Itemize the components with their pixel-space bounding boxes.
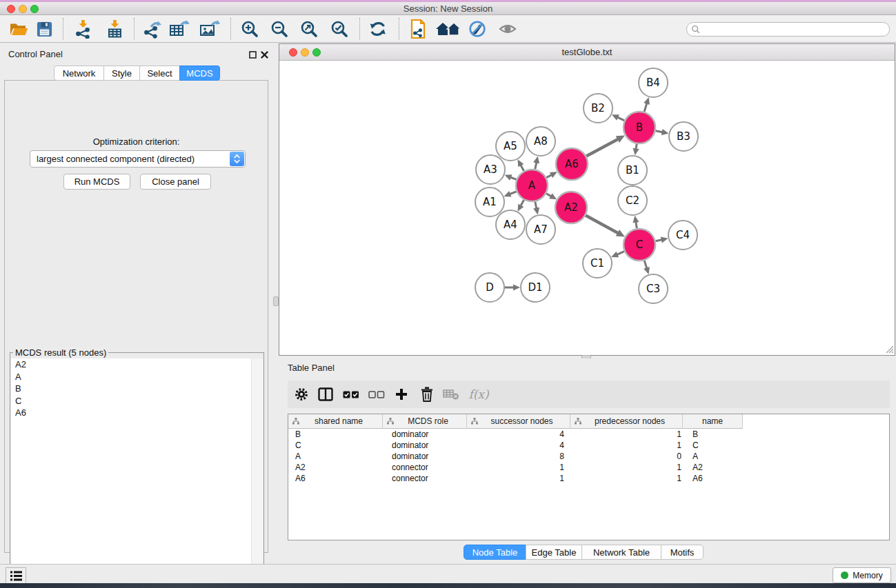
function-builder-icon[interactable]: f(x) — [466, 384, 492, 405]
save-session-icon[interactable] — [34, 19, 54, 39]
node-table: shared nameMCDS rolesuccessor nodesprede… — [288, 414, 890, 540]
tab-mcds[interactable]: MCDS — [179, 65, 220, 81]
table-body: Bdominator41BCdominator41CAdominator80AA… — [288, 429, 889, 540]
criterion-dropdown[interactable]: largest connected component (directed) — [30, 150, 246, 168]
float-panel-icon[interactable] — [248, 50, 257, 59]
task-history-button[interactable] — [6, 567, 26, 585]
home-icon[interactable] — [435, 19, 464, 39]
close-panel-button[interactable]: Close panel — [140, 174, 211, 190]
apply-layout-icon[interactable] — [368, 19, 388, 39]
open-session-icon[interactable] — [8, 19, 29, 39]
export-network-icon[interactable] — [141, 19, 162, 39]
edge-B-B4[interactable] — [644, 103, 647, 112]
column-header-label: MCDS role — [401, 416, 448, 426]
table-cell[interactable]: dominator — [384, 429, 468, 440]
column-header-predecessor-nodes[interactable]: predecessor nodes — [570, 414, 683, 429]
tab-motifs[interactable]: Motifs — [661, 545, 704, 560]
table-cell[interactable]: dominator — [384, 451, 468, 462]
zoom-out-icon[interactable] — [269, 19, 290, 39]
table-cell[interactable]: 1 — [468, 473, 573, 484]
tab-network[interactable]: Network — [54, 65, 104, 81]
table-cell[interactable]: A6 — [288, 473, 384, 484]
table-cell[interactable]: A2 — [686, 462, 746, 473]
edge-arrowhead — [505, 174, 512, 181]
table-cell[interactable]: A6 — [686, 473, 746, 484]
select-all-columns-icon[interactable] — [341, 384, 361, 405]
list-icon — [10, 570, 23, 582]
table-cell[interactable]: 8 — [468, 451, 573, 462]
export-table-icon[interactable] — [169, 19, 190, 39]
table-row[interactable]: A2connector11A2 — [288, 462, 889, 473]
zoom-fit-icon[interactable] — [299, 19, 319, 39]
tab-edge-table[interactable]: Edge Table — [526, 545, 582, 560]
unselect-all-columns-icon[interactable] — [366, 384, 387, 405]
column-header-MCDS-role[interactable]: MCDS role — [383, 414, 467, 429]
tab-node-table[interactable]: Node Table — [464, 545, 526, 560]
table-cell[interactable]: B — [288, 429, 384, 440]
tab-select[interactable]: Select — [139, 65, 180, 81]
table-options-gear-icon[interactable] — [291, 384, 312, 405]
search-field[interactable] — [686, 22, 890, 37]
delete-column-icon[interactable] — [417, 384, 437, 405]
close-panel-icon[interactable] — [259, 50, 269, 59]
result-scrollbar[interactable] — [251, 358, 263, 588]
result-list-item[interactable]: C — [11, 395, 263, 407]
add-column-icon[interactable] — [391, 384, 412, 405]
column-header-label: successor nodes — [484, 416, 552, 426]
table-cell[interactable]: 4 — [468, 440, 573, 451]
show-details-eye-icon[interactable] — [497, 19, 518, 39]
status-bar: Memory — [0, 564, 896, 583]
table-row[interactable]: Adominator80A — [288, 451, 889, 462]
delete-table-icon[interactable] — [441, 384, 461, 405]
show-column-icon[interactable] — [315, 384, 336, 405]
network-window-titlebar[interactable]: testGlobe.txt — [279, 44, 895, 61]
import-table-icon[interactable] — [104, 19, 125, 39]
zoom-in-icon[interactable] — [239, 19, 260, 39]
table-toolbar: f(x) — [288, 381, 890, 408]
table-cell[interactable]: 1 — [573, 473, 686, 484]
tab-style[interactable]: Style — [103, 65, 140, 81]
run-mcds-button[interactable]: Run MCDS — [63, 174, 130, 190]
window-resize-grip[interactable] — [884, 344, 894, 354]
column-header-successor-nodes[interactable]: successor nodes — [467, 414, 570, 429]
table-cell[interactable]: 1 — [468, 462, 573, 473]
table-cell[interactable]: C — [288, 440, 384, 451]
table-row[interactable]: Cdominator41C — [288, 440, 889, 451]
tab-network-table[interactable]: Network Table — [581, 545, 661, 560]
table-cell[interactable]: connector — [384, 462, 468, 473]
table-row[interactable]: A6connector11A6 — [288, 473, 889, 484]
edge-A6-B[interactable] — [586, 139, 619, 156]
hide-graphics-details-icon[interactable] — [467, 19, 488, 39]
network-canvas[interactable]: B4B2BB3A8A5A6A3B1AC2A1A2A4A7C4CC1DD1C3 — [279, 61, 895, 355]
table-cell[interactable]: connector — [384, 473, 468, 484]
result-list-item[interactable]: B — [11, 383, 263, 395]
table-cell[interactable]: 0 — [573, 451, 686, 462]
search-input[interactable] — [703, 25, 885, 34]
column-header-shared-name[interactable]: shared name — [288, 414, 383, 429]
zoom-selected-icon[interactable] — [329, 19, 350, 39]
table-cell[interactable]: dominator — [384, 440, 468, 451]
result-list-item[interactable]: A — [11, 371, 263, 383]
table-row[interactable]: Bdominator41B — [288, 429, 889, 440]
node-label-A5: A5 — [504, 140, 517, 152]
table-cell[interactable]: C — [686, 440, 746, 451]
table-cell[interactable]: 4 — [468, 429, 573, 440]
result-list-item[interactable]: A6 — [11, 407, 263, 419]
result-list-item[interactable]: A2 — [11, 358, 263, 371]
memory-button[interactable]: Memory — [833, 567, 891, 583]
table-cell[interactable]: B — [686, 429, 746, 440]
column-header-name[interactable]: name — [683, 414, 743, 429]
edge-A2-C[interactable] — [586, 215, 619, 233]
table-cell[interactable]: A2 — [288, 462, 384, 473]
table-cell[interactable]: A — [288, 451, 384, 462]
table-cell[interactable]: A — [686, 451, 746, 462]
table-cell[interactable]: 1 — [573, 440, 686, 451]
table-cell[interactable]: 1 — [573, 462, 686, 473]
node-label-A1: A1 — [483, 196, 497, 208]
network-from-file-icon[interactable] — [408, 19, 428, 39]
table-cell[interactable]: 1 — [573, 429, 686, 440]
export-image-icon[interactable] — [199, 19, 220, 39]
vertical-splitter-grip[interactable] — [273, 296, 279, 306]
import-network-icon[interactable] — [72, 19, 93, 39]
edge-arrowhead — [661, 236, 668, 243]
